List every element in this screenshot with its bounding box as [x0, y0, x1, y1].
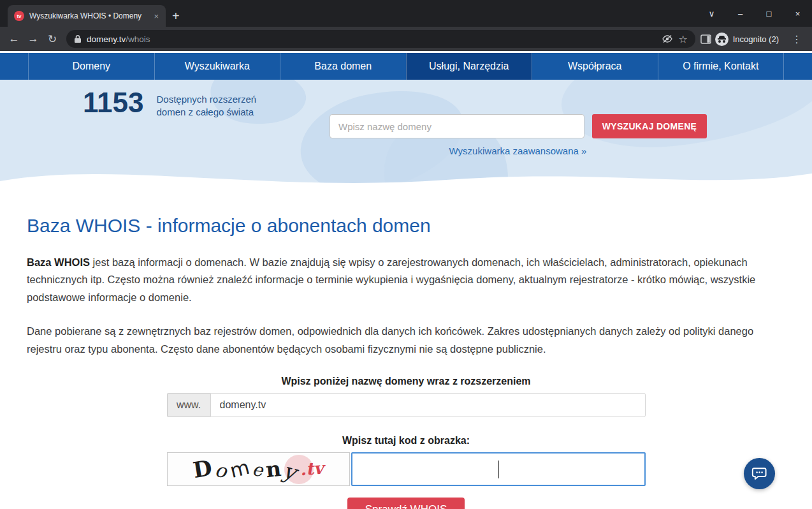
browser-window: tv Wyszukiwarka WHOIS • Domeny × + ∨ – □… [0, 0, 812, 509]
back-button[interactable]: ← [5, 30, 23, 48]
window-controls: ∨ – □ × [697, 0, 812, 27]
domain-field-row: www. [167, 393, 646, 417]
tracking-protection-icon[interactable] [662, 34, 673, 43]
page-title: Baza WHOIS - informacje o abonentach dom… [27, 215, 785, 237]
domain-search-button[interactable]: WYSZUKAJ DOMENĘ [592, 114, 707, 138]
site-navigation: Domeny Wyszukiwarka Baza domen Usługi, N… [0, 51, 812, 80]
url-path: /whois [126, 34, 150, 44]
lock-icon [74, 34, 82, 43]
captcha-field-label: Wpisz tutaj kod z obrazka: [167, 435, 646, 446]
main-content: Baza WHOIS - informacje o abonentach dom… [0, 198, 812, 509]
captcha-letter: e [251, 461, 264, 480]
domain-search-input[interactable] [330, 114, 584, 138]
www-prefix: www. [167, 393, 210, 417]
nav-item-domeny[interactable]: Domeny [28, 53, 154, 80]
advanced-search-link[interactable]: Wyszukiwarka zaawansowana » [330, 145, 706, 156]
browser-tab[interactable]: tv Wyszukiwarka WHOIS • Domeny × [8, 5, 166, 27]
captcha-letter: m [228, 457, 251, 481]
extensions-caption: Dostępnych rozszerzeń domen z całego świ… [156, 87, 256, 119]
domain-search-bar: WYSZUKAJ DOMENĘ [330, 114, 707, 138]
incognito-label: Incognito (2) [733, 34, 779, 44]
nav-item-wspolpraca[interactable]: Współpraca [532, 53, 658, 80]
incognito-badge: Incognito (2) [713, 31, 785, 48]
extensions-counter: 1153 Dostępnych rozszerzeń domen z całeg… [83, 87, 256, 119]
captcha-letter: n [265, 458, 282, 480]
captcha-letter: .tv [300, 460, 324, 478]
side-panel-icon[interactable] [700, 34, 711, 44]
nav-item-wyszukiwarka[interactable]: Wyszukiwarka [154, 53, 280, 80]
whois-form: Wpisz poniżej nazwę domeny wraz z rozsze… [167, 376, 646, 509]
check-whois-button[interactable]: Sprawdź WHOIS [347, 498, 465, 509]
hero-banner: 1153 Dostępnych rozszerzeń domen z całeg… [0, 80, 812, 198]
browser-menu-icon[interactable]: ⋮ [787, 33, 807, 45]
nav-item-uslugi-narzedzia[interactable]: Usługi, Narzędzia [406, 53, 532, 80]
site-favicon: tv [14, 11, 24, 21]
url-text[interactable]: domeny.tv/whois [87, 34, 656, 44]
captcha-letter: D [192, 457, 214, 481]
captcha-image: D o m e n y .tv [167, 452, 350, 486]
intro-lead: Baza WHOIS [27, 256, 90, 268]
captcha-input[interactable] [351, 452, 646, 486]
browser-tab-bar: tv Wyszukiwarka WHOIS • Domeny × + ∨ – □… [0, 0, 812, 27]
tab-close-icon[interactable]: × [152, 11, 161, 21]
intro-paragraph: Baza WHOIS jest bazą informacji o domena… [27, 254, 785, 306]
bookmark-star-icon[interactable]: ☆ [678, 33, 687, 45]
captcha-letter: o [213, 461, 228, 482]
chat-widget-button[interactable] [744, 458, 775, 489]
text-cursor [498, 461, 499, 478]
domain-name-input[interactable] [210, 393, 646, 417]
new-tab-button[interactable]: + [172, 10, 180, 22]
nav-item-o-firmie-kontakt[interactable]: O firmie, Kontakt [658, 53, 785, 80]
chat-icon [751, 466, 768, 482]
close-window-button[interactable]: × [783, 0, 812, 27]
maximize-button[interactable]: □ [755, 0, 783, 27]
forward-button[interactable]: → [24, 30, 42, 48]
incognito-icon [715, 33, 729, 46]
domain-field-label: Wpisz poniżej nazwę domeny wraz z rozsze… [167, 376, 646, 387]
tab-search-icon[interactable]: ∨ [697, 0, 726, 27]
browser-toolbar: ← → ↻ domeny.tv/whois ☆ Incognito (2) ⋮ [0, 27, 812, 51]
nav-item-baza-domen[interactable]: Baza domen [280, 53, 406, 80]
data-source-paragraph: Dane pobierane są z zewnętrznych baz rej… [27, 323, 785, 358]
reload-button[interactable]: ↻ [43, 30, 61, 48]
wave-decoration [0, 159, 812, 198]
address-bar[interactable]: domeny.tv/whois ☆ [66, 30, 695, 48]
tab-title: Wyszukiwarka WHOIS • Domeny [29, 11, 147, 20]
url-host: domeny.tv [87, 34, 126, 44]
minimize-button[interactable]: – [726, 0, 755, 27]
captcha-row: D o m e n y .tv [167, 452, 646, 486]
extensions-count: 1153 [83, 87, 143, 118]
submit-row: Sprawdź WHOIS [167, 498, 646, 509]
